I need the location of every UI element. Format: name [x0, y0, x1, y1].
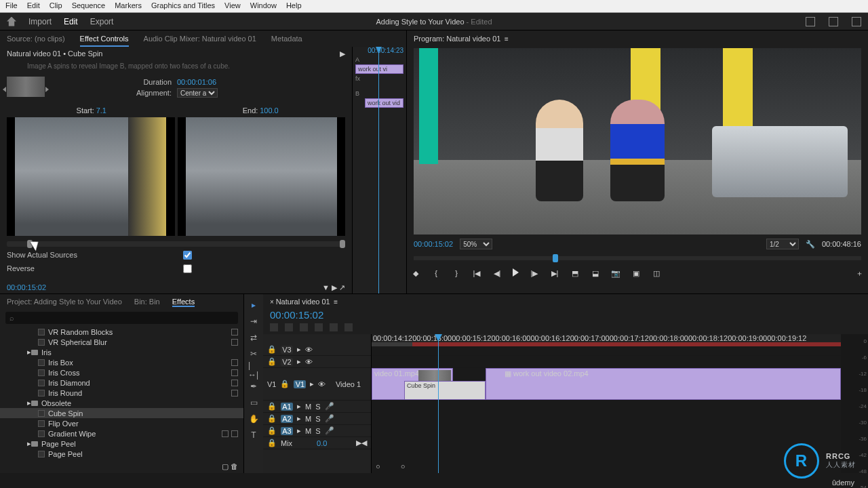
snap-icon[interactable]: [270, 323, 278, 331]
tab-audio-mixer[interactable]: Audio Clip Mixer: Natural video 01: [144, 35, 256, 47]
settings-icon[interactable]: [315, 323, 323, 331]
razor-tool-icon[interactable]: ✂: [248, 348, 259, 359]
effects-list[interactable]: VR Random BlocksVR Spherical Blur▸ IrisI…: [0, 325, 243, 460]
effect-item[interactable]: Iris Box: [0, 357, 243, 367]
goto-out-icon[interactable]: ▶|: [550, 268, 559, 278]
wrench-icon[interactable]: [330, 323, 338, 331]
menu-file[interactable]: File: [5, 1, 18, 11]
track-v1-toggle[interactable]: V1: [294, 380, 306, 388]
tab-effects[interactable]: Effects: [172, 298, 195, 307]
effect-item[interactable]: ▸ Obsolete: [0, 398, 243, 408]
zoom-select[interactable]: 50%: [460, 239, 492, 249]
start-slider[interactable]: [7, 241, 345, 247]
menu-sequence[interactable]: Sequence: [72, 1, 106, 11]
step-fwd-icon[interactable]: |▶: [530, 268, 539, 278]
track-v3-toggle[interactable]: V3: [281, 346, 293, 354]
effect-item[interactable]: Gradient Wipe: [0, 428, 243, 439]
tab-bin[interactable]: Bin: Bin: [134, 298, 160, 307]
tab-source[interactable]: Source: (no clips): [7, 35, 65, 47]
export-frame-icon[interactable]: 📷: [611, 268, 620, 278]
tab-metadata[interactable]: Metadata: [271, 35, 302, 47]
playhead[interactable]: [438, 334, 439, 473]
share-icon[interactable]: [829, 17, 838, 26]
hand-tool-icon[interactable]: ✋: [248, 413, 259, 424]
ws-export[interactable]: Export: [90, 17, 114, 26]
duration-value[interactable]: 00:00:01:06: [177, 78, 216, 86]
effect-item[interactable]: Flip Over: [0, 418, 243, 428]
clip-video-b[interactable]: ▦ work out video 02.mp4: [486, 368, 841, 400]
quick-export-icon[interactable]: [806, 17, 815, 26]
effect-item[interactable]: Page Peel: [0, 449, 243, 459]
reverse-checkbox[interactable]: [183, 264, 192, 273]
delete-icon[interactable]: 🗑: [231, 462, 238, 470]
add-marker-icon[interactable]: ◆: [411, 268, 420, 278]
menu-view[interactable]: View: [224, 1, 241, 11]
ripple-tool-icon[interactable]: ⇄: [248, 332, 259, 343]
home-icon[interactable]: [7, 17, 16, 26]
menu-graphics[interactable]: Graphics and Titles: [151, 1, 215, 11]
effect-item[interactable]: Iris Cross: [0, 367, 243, 378]
effect-item[interactable]: ▸ Iris: [0, 347, 243, 357]
effect-item[interactable]: Iris Round: [0, 388, 243, 398]
slip-tool-icon[interactable]: |↔|: [248, 365, 259, 375]
tab-project[interactable]: Project: Adding Style to Your Video: [7, 298, 122, 307]
comparison-icon[interactable]: ▣: [631, 268, 641, 278]
menu-window[interactable]: Window: [250, 1, 277, 11]
program-monitor[interactable]: [414, 48, 861, 235]
mini-clip-a[interactable]: work out vi: [355, 64, 403, 74]
safe-margins-icon[interactable]: ◫: [652, 268, 661, 278]
selection-tool-icon[interactable]: ▸: [248, 300, 259, 310]
cc-icon[interactable]: [344, 323, 353, 331]
timeline-timecode[interactable]: 00:00:15:02: [263, 309, 868, 321]
effect-item[interactable]: Iris Diamond: [0, 378, 243, 388]
resolution-select[interactable]: 1/2: [766, 239, 799, 249]
effects-search[interactable]: [5, 312, 238, 324]
new-bin-icon[interactable]: ▢: [222, 462, 229, 470]
track-select-tool-icon[interactable]: ⇥: [248, 316, 259, 327]
pen-tool-icon[interactable]: ✒: [248, 381, 259, 392]
effect-item[interactable]: VR Spherical Blur: [0, 337, 243, 347]
menu-markers[interactable]: Markers: [115, 1, 142, 11]
sequence-name[interactable]: Natural video 01: [276, 298, 330, 306]
rect-tool-icon[interactable]: ▭: [248, 397, 259, 408]
ec-play-icon[interactable]: ▶: [340, 49, 345, 58]
track-v2-toggle[interactable]: V2: [281, 358, 293, 366]
effect-item[interactable]: ▸ Page Peel: [0, 439, 243, 449]
step-back-icon[interactable]: ◀|: [492, 268, 502, 278]
effect-item[interactable]: VR Random Blocks: [0, 327, 243, 337]
start-value[interactable]: 7.1: [96, 106, 106, 115]
transition-thumbnail[interactable]: [7, 77, 45, 97]
marker-tool-icon[interactable]: [300, 323, 308, 331]
mix-value[interactable]: 0.0: [317, 439, 327, 447]
program-scrubber[interactable]: [414, 256, 861, 260]
ws-import[interactable]: Import: [28, 17, 52, 26]
track-a1-toggle[interactable]: A1: [281, 403, 293, 411]
show-sources-checkbox[interactable]: [183, 251, 192, 260]
menu-clip[interactable]: Clip: [50, 1, 62, 11]
extract-icon[interactable]: ⬓: [591, 268, 600, 278]
menu-help[interactable]: Help: [286, 1, 302, 11]
menu-bar[interactable]: File Edit Clip Sequence Markers Graphics…: [0, 0, 868, 13]
button-editor-icon[interactable]: ＋: [854, 268, 864, 278]
track-a3-toggle[interactable]: A3: [281, 427, 293, 435]
lift-icon[interactable]: ⬒: [570, 268, 580, 278]
ec-mini-timeline[interactable]: 00:00:14:23 A work out vi fx B work out …: [352, 47, 406, 293]
clip-transition[interactable]: Cube Spin: [404, 381, 486, 400]
ws-edit[interactable]: Edit: [64, 17, 78, 26]
effect-item[interactable]: Cube Spin: [0, 408, 243, 418]
tab-effect-controls[interactable]: Effect Controls: [80, 35, 129, 47]
alignment-select[interactable]: Center at ...: [177, 88, 218, 98]
mini-clip-b[interactable]: work out vid: [365, 98, 403, 108]
end-value[interactable]: 100.0: [260, 106, 279, 115]
program-timecode[interactable]: 00:00:15:02: [414, 240, 453, 248]
menu-edit[interactable]: Edit: [27, 1, 40, 11]
linked-sel-icon[interactable]: [285, 323, 293, 331]
type-tool-icon[interactable]: T: [248, 430, 259, 441]
goto-in-icon[interactable]: |◀: [472, 268, 481, 278]
ec-timecode[interactable]: 00:00:15:02: [7, 283, 46, 292]
mark-out-icon[interactable]: }: [452, 268, 461, 278]
maximize-icon[interactable]: [852, 17, 861, 26]
timeline-ruler[interactable]: 00:00:14:1200:00:15:0000:00:15:1200:00:1…: [372, 334, 841, 344]
mark-in-icon[interactable]: {: [431, 268, 441, 278]
play-icon[interactable]: [513, 268, 519, 277]
